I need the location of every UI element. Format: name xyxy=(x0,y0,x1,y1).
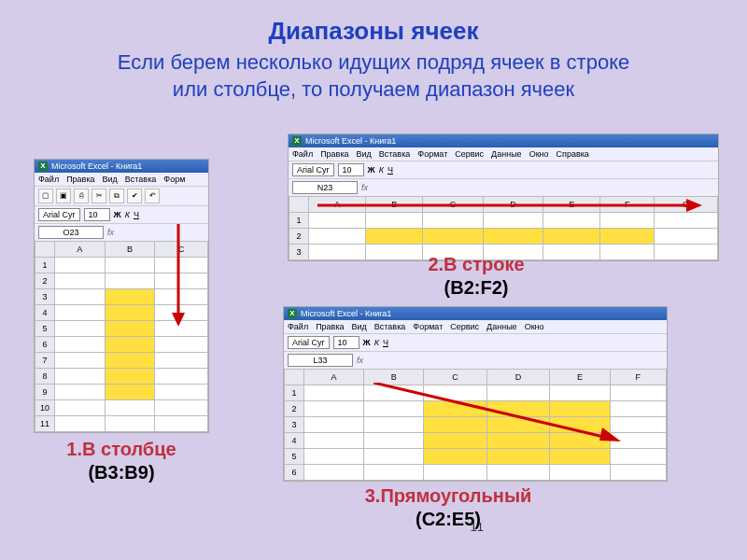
name-box[interactable]: N23 xyxy=(292,181,358,194)
font-size-box[interactable]: 10 xyxy=(338,163,364,176)
menu-data[interactable]: Данные xyxy=(486,322,517,331)
menu-format[interactable]: Формат xyxy=(413,322,443,331)
name-box[interactable]: O23 xyxy=(38,226,104,239)
italic-btn[interactable]: К xyxy=(125,210,130,219)
menu-file[interactable]: Файл xyxy=(38,175,59,184)
menu-insert[interactable]: Вставка xyxy=(379,149,410,159)
row-header[interactable]: 6 xyxy=(35,337,55,353)
menu-file[interactable]: Файл xyxy=(288,322,308,331)
menu-edit[interactable]: Правка xyxy=(66,175,94,184)
col-header[interactable]: C xyxy=(424,370,487,385)
col-header[interactable]: A xyxy=(309,197,366,213)
menu-format[interactable]: Форм xyxy=(163,175,185,184)
excel-icon: X xyxy=(292,136,302,146)
tool-btn[interactable]: ✔ xyxy=(127,189,142,203)
font-name-box[interactable]: Arial Cyr xyxy=(38,208,80,221)
underline-btn[interactable]: Ч xyxy=(383,338,388,347)
row-header[interactable]: 2 xyxy=(289,229,309,245)
menu-format[interactable]: Формат xyxy=(417,149,447,159)
row-header[interactable]: 4 xyxy=(285,433,304,449)
italic-btn[interactable]: К xyxy=(374,338,379,347)
col-header[interactable]: A xyxy=(304,370,364,385)
menu-help[interactable]: Справка xyxy=(557,149,589,159)
name-box[interactable]: L33 xyxy=(288,354,353,367)
menu-tools[interactable]: Сервис xyxy=(455,149,484,159)
menu-window[interactable]: Окно xyxy=(525,322,544,331)
menu-view[interactable]: Вид xyxy=(103,175,118,184)
menu-insert[interactable]: Вставка xyxy=(374,322,405,331)
row-header[interactable]: 8 xyxy=(35,369,55,385)
col-header[interactable]: F xyxy=(600,197,655,213)
slide-subtitle: Если берем несколько идущих подряд ячеек… xyxy=(0,49,747,103)
underline-btn[interactable]: Ч xyxy=(134,210,139,219)
tool-btn[interactable]: ▣ xyxy=(56,189,71,203)
bold-btn[interactable]: Ж xyxy=(363,338,371,347)
row-header[interactable]: 2 xyxy=(35,273,55,289)
col-header[interactable]: E xyxy=(543,197,600,213)
menu-file[interactable]: Файл xyxy=(292,149,313,159)
row-header[interactable]: 3 xyxy=(289,245,309,260)
row-header[interactable]: 2 xyxy=(285,401,304,417)
underline-btn[interactable]: Ч xyxy=(388,165,393,175)
col-header[interactable]: C xyxy=(423,197,483,213)
row-header[interactable]: 10 xyxy=(35,400,55,416)
row-header[interactable]: 5 xyxy=(35,321,55,337)
row-header[interactable]: 1 xyxy=(285,385,304,401)
menu-view[interactable]: Вид xyxy=(357,149,372,159)
menu-window[interactable]: Окно xyxy=(529,149,549,159)
col-header[interactable]: B xyxy=(364,370,424,385)
spreadsheet-grid[interactable]: A B C D E F 1 2 3 4 5 6 xyxy=(284,369,667,481)
row-header[interactable]: 1 xyxy=(35,258,55,273)
tool-btn[interactable]: ↶ xyxy=(145,189,160,203)
tool-btn[interactable]: ⎙ xyxy=(74,189,89,203)
app-title: Microsoft Excel - Книга1 xyxy=(301,309,391,318)
row-header[interactable]: 3 xyxy=(285,417,304,433)
fx-icon[interactable]: fx xyxy=(361,183,368,192)
bold-btn[interactable]: Ж xyxy=(368,165,375,175)
col-header[interactable]: E xyxy=(550,370,610,385)
menu-data[interactable]: Данные xyxy=(491,149,522,159)
menu-tools[interactable]: Сервис xyxy=(450,322,479,331)
col-header[interactable]: D xyxy=(483,197,543,213)
col-header[interactable]: A xyxy=(55,242,106,258)
caption-range: (B2:F2) xyxy=(374,277,579,299)
col-header[interactable]: D xyxy=(486,370,550,385)
italic-btn[interactable]: К xyxy=(379,165,384,175)
row-header[interactable]: 5 xyxy=(285,449,304,465)
tool-btn[interactable]: ✂ xyxy=(92,189,106,203)
bold-btn[interactable]: Ж xyxy=(114,210,121,219)
row-header[interactable]: 4 xyxy=(35,305,55,321)
excel-pane-row: X Microsoft Excel - Книга1 Файл Правка В… xyxy=(288,133,719,261)
spreadsheet-grid[interactable]: A B C D E F G 1 2 3 xyxy=(289,196,718,260)
row-header[interactable]: 7 xyxy=(35,353,55,369)
spreadsheet-grid[interactable]: ABC 1 2 3 4 5 6 7 8 9 10 11 xyxy=(35,241,208,432)
row-header[interactable]: 3 xyxy=(35,289,55,305)
col-header[interactable]: F xyxy=(610,370,667,385)
tool-btn[interactable]: ▢ xyxy=(38,189,53,203)
col-header[interactable]: C xyxy=(155,242,208,258)
excel-icon: X xyxy=(288,309,297,318)
caption-rect: 3.Прямоугольный (C2:E5) xyxy=(345,485,551,530)
excel-pane-rect: X Microsoft Excel - Книга1 Файл Правка В… xyxy=(283,306,668,482)
row-header[interactable]: 11 xyxy=(35,416,55,432)
col-header[interactable]: G xyxy=(655,197,718,213)
app-title: Microsoft Excel - Книга1 xyxy=(305,136,396,146)
menu-insert[interactable]: Вставка xyxy=(125,175,156,184)
tool-btn[interactable]: ⧉ xyxy=(109,189,124,203)
menu-view[interactable]: Вид xyxy=(352,322,367,331)
col-header[interactable]: B xyxy=(105,242,155,258)
menu-edit[interactable]: Правка xyxy=(320,149,348,159)
row-header[interactable]: 6 xyxy=(285,465,304,481)
font-name-box[interactable]: Arial Cyr xyxy=(288,336,330,349)
fx-icon[interactable]: fx xyxy=(107,228,114,237)
row-header[interactable]: 9 xyxy=(35,385,55,400)
fx-icon[interactable]: fx xyxy=(357,356,363,365)
menu-edit[interactable]: Правка xyxy=(316,322,344,331)
caption-column: 1.В столбце (B3:B9) xyxy=(19,439,224,483)
col-header[interactable]: B xyxy=(366,197,423,213)
font-name-box[interactable]: Arial Cyr xyxy=(292,163,334,176)
row-header[interactable]: 1 xyxy=(289,213,309,229)
menubar: Файл Правка Вид Вставка Форм xyxy=(35,173,208,186)
font-size-box[interactable]: 10 xyxy=(333,336,359,349)
font-size-box[interactable]: 10 xyxy=(84,208,110,221)
